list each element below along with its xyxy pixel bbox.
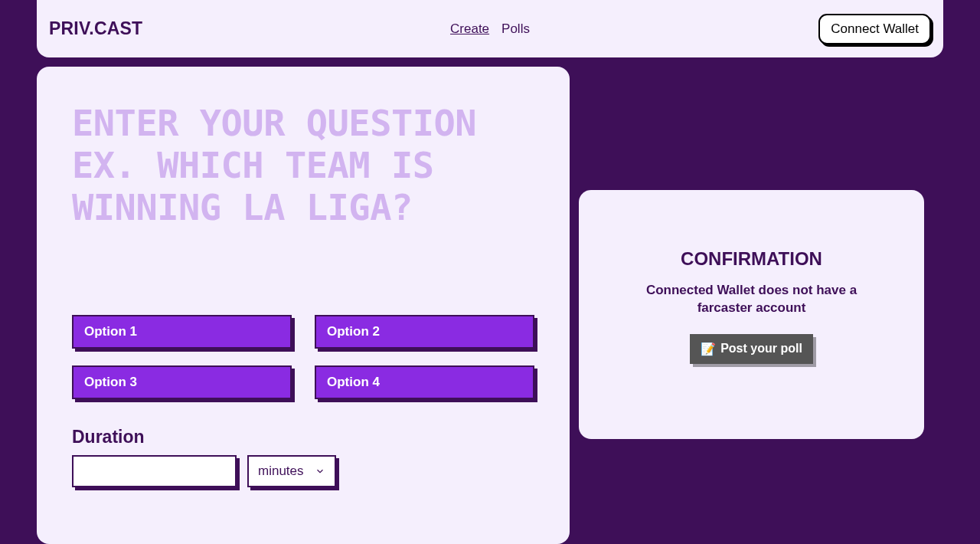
- confirmation-message: Connected Wallet does not have a farcast…: [622, 282, 882, 317]
- brand-logo: PRIV.CAST: [49, 18, 343, 39]
- post-poll-label: Post your poll: [720, 342, 802, 356]
- option-4-input[interactable]: [315, 365, 534, 399]
- option-2-input[interactable]: [315, 315, 534, 349]
- option-3-input[interactable]: [72, 365, 292, 399]
- duration-label: Duration: [72, 427, 534, 447]
- duration-row: minutes: [72, 455, 534, 487]
- duration-unit-select[interactable]: minutes: [247, 455, 336, 487]
- main-nav: Create Polls: [343, 21, 637, 37]
- confirmation-card: CONFIRMATION Connected Wallet does not h…: [579, 190, 924, 439]
- nav-create[interactable]: Create: [450, 21, 489, 37]
- chevron-down-icon: [315, 466, 325, 477]
- pencil-note-icon: 📝: [701, 342, 716, 356]
- options-grid: [72, 315, 534, 399]
- option-1-input[interactable]: [72, 315, 292, 349]
- header-actions: Connect Wallet: [637, 14, 931, 44]
- confirmation-title: CONFIRMATION: [681, 248, 822, 270]
- app-header: PRIV.CAST Create Polls Connect Wallet: [37, 0, 943, 57]
- duration-unit-selected: minutes: [258, 464, 304, 479]
- main-content: Duration minutes CONFIRMATION Connected …: [0, 57, 980, 544]
- create-poll-card: Duration minutes: [37, 67, 570, 544]
- duration-input[interactable]: [72, 455, 237, 487]
- post-poll-button[interactable]: 📝 Post your poll: [690, 334, 813, 364]
- question-input[interactable]: [72, 102, 534, 278]
- nav-polls[interactable]: Polls: [501, 21, 530, 37]
- connect-wallet-button[interactable]: Connect Wallet: [818, 14, 931, 44]
